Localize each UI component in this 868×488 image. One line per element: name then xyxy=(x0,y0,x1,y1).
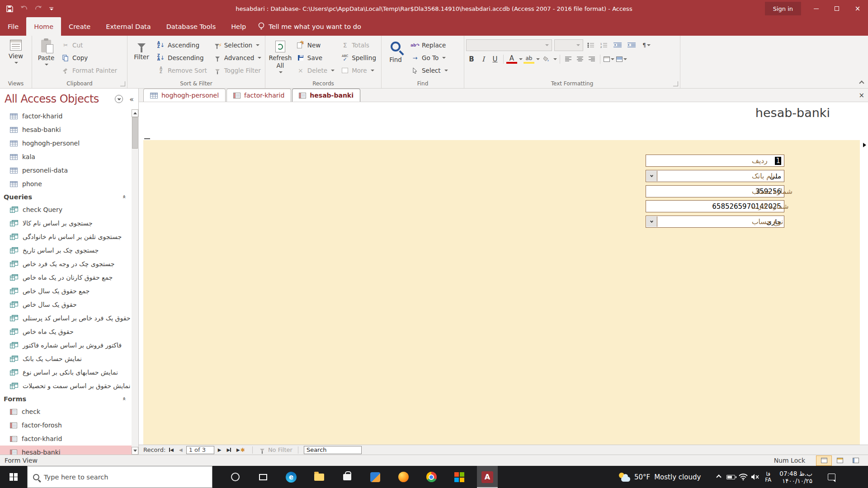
text-direction-icon[interactable]: ¶ xyxy=(640,42,653,49)
media-app-button[interactable] xyxy=(365,466,386,488)
first-record-icon[interactable]: ◀ xyxy=(167,447,175,452)
wifi-icon[interactable] xyxy=(737,474,749,480)
new-record-icon[interactable]: ▶✱ xyxy=(235,447,247,453)
scroll-down-icon[interactable] xyxy=(132,447,138,455)
scroll-up-icon[interactable] xyxy=(132,109,138,117)
font-name-combo[interactable] xyxy=(466,39,552,51)
customize-qat-icon[interactable] xyxy=(49,7,53,10)
nav-query-item[interactable]: جستجوی تلفن بر اساس نام خانوادگی xyxy=(0,230,132,244)
alternate-row-color-icon[interactable] xyxy=(616,56,627,63)
minimize-button[interactable] xyxy=(806,0,826,17)
nav-table-item[interactable]: hesab-banki xyxy=(0,123,132,136)
taskbar-clock[interactable]: ب.ظ 07:48 ۱۴۰۰/۱۰/۲۵ xyxy=(779,470,812,484)
select-button[interactable]: Select xyxy=(408,64,451,77)
nav-query-item[interactable]: حقوق یک فرد خاص بر اساس کد پرسنلی xyxy=(0,311,132,325)
start-button[interactable] xyxy=(0,466,27,488)
nav-query-item[interactable]: جستجوی بر اساس نام کالا xyxy=(0,216,132,230)
nav-table-item[interactable]: personeli-data xyxy=(0,164,132,177)
ascending-button[interactable]: AZ↓ Ascending xyxy=(154,39,210,52)
tab-home[interactable]: Home xyxy=(26,17,61,36)
tab-database-tools[interactable]: Database Tools xyxy=(159,17,224,36)
tab-file[interactable]: File xyxy=(0,17,26,36)
format-painter-button[interactable]: Format Painter xyxy=(58,64,120,77)
access-taskbar-button[interactable]: A xyxy=(477,466,498,488)
firefox-button[interactable] xyxy=(393,466,414,488)
sign-in-button[interactable]: Sign in xyxy=(765,2,801,15)
next-record-icon[interactable]: ▶ xyxy=(216,447,223,452)
highlight-color-button[interactable]: ab xyxy=(524,54,534,64)
battery-icon[interactable] xyxy=(725,475,737,479)
collapse-ribbon-icon[interactable] xyxy=(860,79,863,86)
refresh-all-button[interactable]: Refresh All xyxy=(267,38,293,75)
nav-query-item[interactable]: حقوق یک ماه خاص xyxy=(0,325,132,338)
nav-query-item[interactable]: جستجوی چک در وجه یک فرد خاص xyxy=(0,257,132,271)
toggle-filter-button[interactable]: Toggle Filter xyxy=(210,64,265,77)
descending-button[interactable]: ZA↓ Descending xyxy=(154,52,210,64)
bank-name-dropdown-icon[interactable] xyxy=(646,171,657,181)
increase-indent-icon[interactable] xyxy=(626,42,637,49)
close-button[interactable]: × xyxy=(847,0,868,17)
previous-record-icon[interactable]: ◀ xyxy=(177,447,184,452)
delete-record-button[interactable]: × Delete xyxy=(293,64,338,77)
nav-table-item[interactable]: phone xyxy=(0,177,132,191)
nav-group-forms[interactable]: Forms« xyxy=(0,393,132,405)
design-view-button[interactable] xyxy=(848,455,863,466)
tab-create[interactable]: Create xyxy=(61,17,98,36)
align-right-icon[interactable] xyxy=(586,56,597,63)
cut-button[interactable]: ✂Cut xyxy=(58,39,120,52)
task-view-button[interactable] xyxy=(253,466,274,488)
nav-query-item[interactable]: check Query xyxy=(0,203,132,216)
nav-form-item-selected[interactable]: hesab-banki xyxy=(0,446,132,455)
nav-query-item[interactable]: نمایش حساب یک بانک xyxy=(0,352,132,366)
shutter-bar-close-icon[interactable]: « xyxy=(129,95,134,103)
tab-help[interactable]: Help xyxy=(223,17,254,36)
nav-scrollbar-thumb[interactable] xyxy=(132,117,138,149)
replace-button[interactable]: ab↷ Replace xyxy=(408,39,451,52)
nav-form-item[interactable]: factor-kharid xyxy=(0,432,132,446)
font-color-button[interactable]: A xyxy=(506,54,517,64)
redo-icon[interactable] xyxy=(35,5,42,12)
filter-button[interactable]: Filter xyxy=(129,38,154,63)
align-center-icon[interactable] xyxy=(575,56,585,63)
nav-query-item[interactable]: جستجوی چک بر اساس تاریخ xyxy=(0,244,132,257)
taskbar-search-box[interactable]: Type here to search xyxy=(27,466,212,488)
paste-button[interactable]: Paste xyxy=(34,38,58,67)
doc-tab-factor-kharid[interactable]: factor-kharid xyxy=(226,89,291,102)
nav-form-item[interactable]: check xyxy=(0,405,132,418)
file-explorer-button[interactable] xyxy=(309,466,330,488)
numbering-icon[interactable]: 12 xyxy=(599,42,609,49)
bold-button[interactable]: B xyxy=(466,53,477,65)
italic-button[interactable]: I xyxy=(478,53,489,65)
layout-view-button[interactable] xyxy=(832,455,848,466)
undo-icon[interactable] xyxy=(20,5,28,12)
gridlines-icon[interactable] xyxy=(603,56,615,63)
selection-button[interactable]: ⚡ Selection xyxy=(210,39,265,52)
copy-button[interactable]: Copy xyxy=(58,52,120,64)
nav-query-item[interactable]: حقوق یک سال خاص xyxy=(0,298,132,311)
language-indicator[interactable]: فا FA xyxy=(765,471,771,483)
account-type-dropdown-icon[interactable] xyxy=(646,216,657,227)
cortana-button[interactable] xyxy=(225,466,245,488)
doc-tab-hesab-banki[interactable]: hesab-banki xyxy=(292,89,360,102)
nav-group-queries[interactable]: Queries« xyxy=(0,191,132,203)
nav-query-item[interactable]: جمع حقوق یک سال خاص xyxy=(0,284,132,298)
volume-muted-icon[interactable] xyxy=(749,474,761,480)
doc-tab-hoghogh-personel[interactable]: hoghogh-personel xyxy=(143,89,226,102)
chrome-button[interactable] xyxy=(421,466,442,488)
new-record-button[interactable]: ✱ New xyxy=(293,39,338,52)
collapse-group-icon[interactable]: « xyxy=(121,195,127,198)
nav-form-item[interactable]: factor-forosh xyxy=(0,418,132,432)
tab-external-data[interactable]: External Data xyxy=(98,17,158,36)
nav-table-item[interactable]: factor-kharid xyxy=(0,109,132,123)
nav-query-item[interactable]: نمایش حقوق بر اساس سمت و تحصیلات xyxy=(0,379,132,393)
record-search-input[interactable]: Search xyxy=(304,446,362,454)
background-color-button[interactable] xyxy=(541,53,552,65)
nav-query-item[interactable]: فاکتور فروش بر اساس شماره فاکتور xyxy=(0,338,132,352)
nav-pane-menu-icon[interactable] xyxy=(115,95,123,103)
find-button[interactable]: Find xyxy=(383,38,408,66)
nav-scrollbar[interactable] xyxy=(132,109,138,455)
edge-button[interactable]: e xyxy=(281,466,302,488)
form-scroll-right-icon[interactable] xyxy=(863,143,866,147)
save-icon[interactable] xyxy=(6,5,13,12)
action-center-icon[interactable] xyxy=(828,474,835,480)
